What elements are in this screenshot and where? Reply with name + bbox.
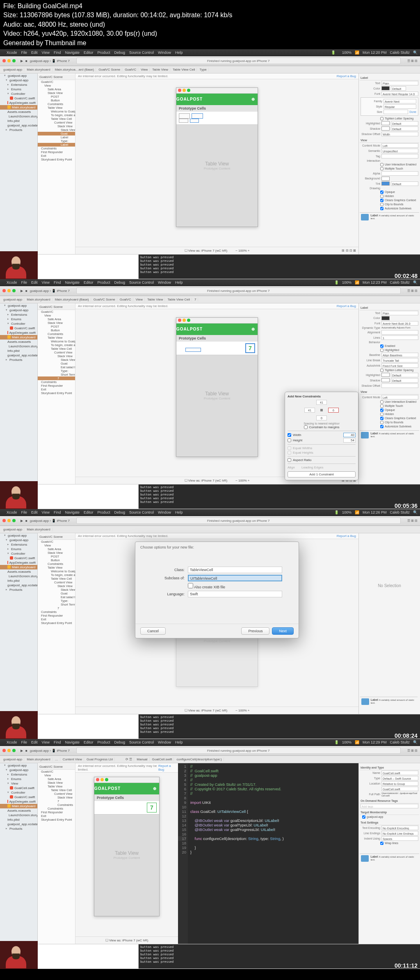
search-icon[interactable]: 🔍 — [413, 50, 418, 55]
battery-icon: 🔋 — [331, 50, 336, 55]
ib-canvas[interactable]: An internal error occurred. Editing func… — [75, 73, 358, 254]
xcode-toolbar: ▶■ goalpost-app › 📱 iPhone 7 Finished ru… — [0, 56, 420, 66]
constraint-tools[interactable]: ⊞ ⊟ ⊡ ⊠ — [342, 249, 356, 252]
thumbnail-frame-3: Xcode FileEditView FindNavigateEditor Pr… — [0, 509, 420, 739]
frame-timestamp: 00:02:48 — [395, 273, 418, 279]
debug-area: button was pressed button was pressed bu… — [0, 254, 420, 279]
run-button[interactable]: ▶ — [21, 59, 23, 63]
cancel-button[interactable]: Cancel — [140, 627, 166, 635]
app-name[interactable]: Xcode — [7, 50, 17, 55]
main-storyboard-item[interactable]: Main.storyboard — [0, 105, 37, 110]
macos-menubar: Xcode FileEdit ViewFind NavigateEditor P… — [0, 49, 420, 56]
metadata-header: File: Building GoalCell.mp4 Size: 113067… — [0, 0, 420, 49]
class-name-input[interactable]: TableViewCell — [188, 567, 282, 573]
project-navigator[interactable]: goalpost-app goalpost-app Extensions Enu… — [0, 73, 38, 254]
add-constraints-popover[interactable]: Add New Constraints 41 41 6 0 Spacing to… — [285, 392, 358, 480]
thumbnail-frame-2: Xcode FileEditView FindNavigateEditor Pr… — [0, 279, 420, 509]
editor-mode-icons[interactable]: ☰ ⊞ ⊟ — [407, 59, 418, 63]
presenter-webcam — [0, 251, 38, 279]
progress-counter[interactable]: 7 — [245, 343, 255, 353]
jump-bar[interactable]: goalpost-appMain.storyboardMain.storyboa… — [0, 66, 420, 73]
assistant-code-editor[interactable]: 1234567891011121314151617181920 // // Go… — [178, 763, 358, 944]
prototype-cell[interactable]: Goal:Label Type:Label — [176, 112, 258, 125]
stop-button[interactable]: ■ — [25, 59, 27, 63]
next-button[interactable]: Next — [272, 627, 294, 635]
add-constraints-button[interactable]: Add 1 Constraint — [288, 471, 356, 477]
document-outline[interactable]: GoalsVC Scene GoalsVC View Safe Area Sta… — [38, 73, 75, 254]
nav-bar: GOALPOST ⊕ — [176, 94, 258, 105]
thumbnail-frame-1: Xcode FileEdit ViewFind NavigateEditor P… — [0, 49, 420, 279]
file-inspector[interactable]: Identity and Type NameGoalCell.swift Typ… — [358, 763, 420, 944]
label-object-icon — [361, 214, 369, 220]
language-select[interactable]: Swift — [188, 591, 282, 597]
wifi-icon: 📶 — [355, 50, 359, 55]
simulated-device[interactable]: GOALPOST ⊕ Prototype Cells Goal:Label Ty… — [176, 87, 258, 227]
previous-button[interactable]: Previous — [241, 627, 269, 635]
clock: Mon 12:20 PM — [363, 50, 387, 55]
attributes-inspector[interactable]: Label TextPlain ColorDefault FontAvenir … — [358, 73, 420, 254]
console[interactable]: button was pressed button was pressed bu… — [139, 255, 420, 279]
subclass-input[interactable]: UITableViewCell — [188, 575, 282, 581]
new-file-sheet[interactable]: Choose options for your new file: Class:… — [135, 542, 299, 638]
scheme-selector[interactable]: goalpost-app › 📱 iPhone 7 — [30, 59, 70, 63]
activity-status: Finished running goalpost-app on iPhone … — [76, 57, 401, 64]
thumbnail-frame-4: Xcode FileEditView FindNavigateEditor Pr… — [0, 739, 420, 969]
window-controls[interactable] — [2, 59, 16, 62]
user-name: Caleb Stultz — [390, 50, 410, 55]
